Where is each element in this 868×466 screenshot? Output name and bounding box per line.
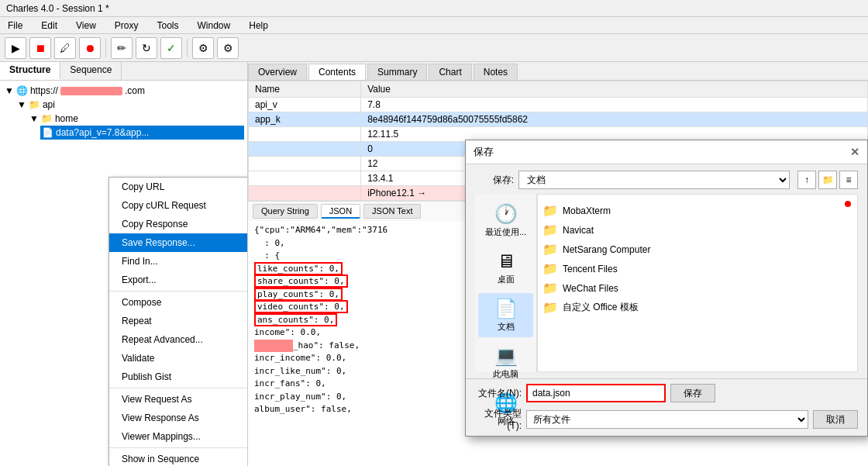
ctx-view-response-as[interactable]: View Response As ▶ — [109, 409, 248, 427]
documents-icon: 📄 — [494, 298, 518, 319]
save-location-row: 保存: 文档 ↑ 📁 ≡ — [475, 171, 858, 189]
tools-button[interactable]: ⚙ — [192, 37, 214, 59]
file-name: Navicat — [563, 225, 594, 236]
settings-button[interactable]: ⚙ — [217, 37, 239, 59]
menu-edit[interactable]: Edit — [36, 19, 62, 33]
dialog-toolbar: ↑ 📁 ≡ — [797, 171, 858, 189]
qa-recent[interactable]: 🕐 最近使用... — [478, 198, 533, 243]
tree-item-home[interactable]: ▼ 📁 home — [28, 112, 244, 126]
file-item-navicat[interactable]: 📁 Navicat — [538, 220, 857, 240]
ctx-repeat-advanced[interactable]: Repeat Advanced... — [109, 330, 248, 349]
save-label: 保存: — [475, 174, 514, 187]
file-list: 📁 MobaXterm 📁 Navicat 📁 NetSarang Comput… — [537, 194, 858, 372]
ctx-publish-gist[interactable]: Publish Gist — [109, 368, 248, 386]
table-row: api_v 7.8 — [249, 98, 868, 112]
qa-documents[interactable]: 📄 文档 — [478, 293, 533, 337]
ctx-export[interactable]: Export... — [109, 271, 248, 289]
file-item-tencent[interactable]: 📁 Tencent Files — [538, 259, 857, 278]
ctx-compose[interactable]: Compose — [109, 293, 248, 312]
cell-name — [249, 186, 361, 201]
menu-bar: File Edit View Proxy Tools Window Help — [0, 17, 868, 34]
refresh-button[interactable]: ↻ — [136, 37, 157, 59]
qa-computer[interactable]: 💻 此电脑 — [478, 340, 533, 385]
ctx-view-request-as[interactable]: View Request As ▶ — [109, 390, 248, 409]
filename-label: 文件名(N): — [475, 387, 522, 400]
file-item-office[interactable]: 📁 自定义 Office 模板 — [538, 298, 857, 317]
save-location-select[interactable]: 文档 — [518, 171, 790, 189]
tab-sequence[interactable]: Sequence — [60, 62, 122, 80]
qa-desktop[interactable]: 🖥 桌面 — [478, 246, 533, 290]
collapse-icon: ▼ — [5, 85, 14, 96]
ctx-sep-1 — [109, 291, 248, 292]
blurred-domain — [60, 87, 122, 95]
right-panel: Overview Contents Summary Chart Notes Na… — [248, 62, 868, 466]
ctx-sep-2 — [109, 388, 248, 388]
sub-tab-json[interactable]: JSON — [321, 204, 360, 219]
cell-name — [249, 157, 361, 171]
save-button[interactable]: 保存 — [670, 384, 715, 402]
folder-icon: 📁 — [542, 223, 558, 237]
file-item-mobaxterm[interactable]: 📁 MobaXterm — [538, 201, 857, 220]
folder-icon-api: 📁 — [29, 99, 40, 110]
dialog-new-folder[interactable]: 📁 — [818, 171, 837, 189]
ctx-show-in-sequence[interactable]: Show in Sequence — [109, 450, 248, 466]
file-name: WeChat Files — [563, 283, 618, 294]
ctx-copy-url[interactable]: Copy URL — [109, 178, 248, 196]
folder-icon: 📁 — [542, 300, 558, 315]
qa-desktop-label: 桌面 — [498, 274, 515, 285]
globe-icon: 🌐 — [16, 85, 28, 96]
check-button[interactable]: ✓ — [160, 37, 182, 59]
file-item-netsarang[interactable]: 📁 NetSarang Computer — [538, 240, 857, 259]
table-row: app_k 8e48946f144759d86a50075555fd5862 — [249, 112, 868, 127]
file-name: Tencent Files — [563, 264, 618, 274]
tree-item-root[interactable]: ▼ 🌐 https:// .com — [3, 84, 244, 98]
dialog-file-browser: 🕐 最近使用... 🖥 桌面 📄 文档 💻 — [475, 194, 858, 372]
cell-name: api_v — [249, 98, 361, 112]
file-icon-data: 📄 — [42, 127, 53, 138]
dialog-view-toggle[interactable]: ≡ — [839, 171, 858, 189]
menu-view[interactable]: View — [71, 19, 101, 33]
ctx-save-response[interactable]: Save Response... — [109, 233, 248, 252]
tree-item-data[interactable]: 📄 data?api_v=7.8&app... — [40, 126, 244, 140]
left-panel: Structure Sequence ▼ 🌐 https:// .com ▼ 📁… — [0, 62, 248, 466]
cell-value: 7.8 — [361, 98, 868, 112]
tree-item-api[interactable]: ▼ 📁 api — [16, 98, 244, 112]
tab-overview[interactable]: Overview — [248, 64, 307, 80]
stop-recording-button[interactable]: ⏹ — [29, 37, 51, 59]
dialog-close-button[interactable]: ✕ — [850, 146, 859, 158]
menu-proxy[interactable]: Proxy — [110, 19, 143, 33]
filename-input[interactable] — [526, 384, 666, 402]
tab-summary[interactable]: Summary — [367, 64, 427, 80]
sub-tab-json-text[interactable]: JSON Text — [363, 204, 421, 219]
menu-tools[interactable]: Tools — [153, 19, 184, 33]
pencil-button[interactable]: ✏ — [111, 37, 133, 59]
ctx-copy-curl[interactable]: Copy cURL Request — [109, 196, 248, 215]
clear-button[interactable]: 🖊 — [54, 37, 76, 59]
dialog-nav-up[interactable]: ↑ — [797, 171, 816, 189]
tree-label-api: api — [43, 99, 55, 110]
cancel-button[interactable]: 取消 — [813, 410, 858, 429]
ctx-find-in[interactable]: Find In... — [109, 252, 248, 271]
tab-chart[interactable]: Chart — [429, 64, 471, 80]
ctx-viewer-mappings[interactable]: Viewer Mappings... — [109, 427, 248, 446]
main-layout: Structure Sequence ▼ 🌐 https:// .com ▼ 📁… — [0, 62, 868, 466]
tab-structure[interactable]: Structure — [0, 62, 60, 80]
folder-icon: 📁 — [542, 281, 558, 295]
tab-contents[interactable]: Contents — [308, 64, 366, 80]
file-item-wechat[interactable]: 📁 WeChat Files — [538, 278, 857, 298]
sub-tab-querystring[interactable]: Query String — [253, 204, 318, 219]
right-tabs: Overview Contents Summary Chart Notes — [248, 62, 868, 81]
collapse-icon-api: ▼ — [17, 99, 26, 110]
ctx-repeat[interactable]: Repeat — [109, 312, 248, 330]
start-button[interactable]: ▶ — [5, 37, 26, 59]
ctx-copy-response[interactable]: Copy Response — [109, 215, 248, 233]
filetype-select[interactable]: 所有文件 — [526, 410, 808, 429]
record-button[interactable]: ⏺ — [79, 37, 101, 59]
cell-name — [249, 127, 361, 142]
menu-file[interactable]: File — [3, 19, 27, 33]
folder-icon: 📁 — [542, 203, 558, 218]
tab-notes[interactable]: Notes — [474, 64, 518, 80]
menu-help[interactable]: Help — [244, 19, 273, 33]
menu-window[interactable]: Window — [193, 19, 236, 33]
ctx-validate[interactable]: Validate — [109, 349, 248, 368]
